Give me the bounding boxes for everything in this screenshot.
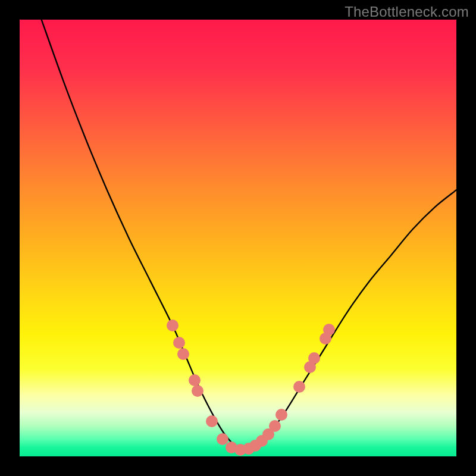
watermark-text: TheBottleneck.com bbox=[345, 4, 469, 20]
data-point bbox=[275, 409, 287, 421]
data-point bbox=[167, 320, 178, 331]
data-point bbox=[323, 324, 335, 336]
data-point bbox=[206, 415, 218, 427]
data-points-layer bbox=[20, 20, 456, 456]
data-point bbox=[177, 348, 189, 360]
data-point bbox=[189, 374, 201, 386]
data-point bbox=[173, 337, 185, 349]
plot-area bbox=[20, 20, 456, 456]
data-point bbox=[269, 420, 281, 432]
data-point bbox=[308, 352, 320, 364]
data-point bbox=[293, 381, 305, 393]
chart-frame: TheBottleneck.com bbox=[0, 0, 476, 476]
data-point bbox=[192, 385, 203, 397]
